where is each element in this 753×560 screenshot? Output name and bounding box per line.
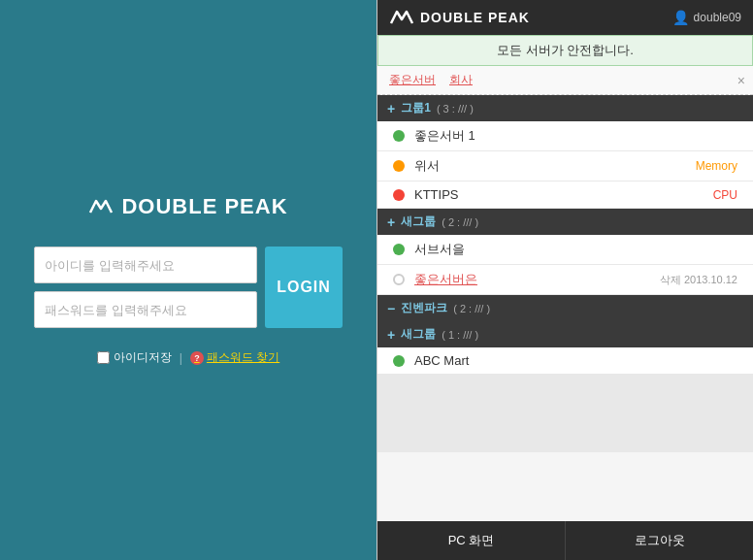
login-panel: DOUBLE PEAK LOGIN 아이디저장 | ? 패스워드 찾기 <box>0 0 376 560</box>
login-row: LOGIN <box>34 247 343 328</box>
right-panel: DOUBLE PEAK 👤 double09 모든 서버가 안전합니다. 좋은서… <box>376 0 753 560</box>
group1-expand-icon: + <box>387 101 395 116</box>
group1-count: ( 3 : /// ) <box>437 103 474 115</box>
server-name: KTTIPS <box>414 187 704 202</box>
server-list: + 그룹1 ( 3 : /// ) 좋은서버 1 위서 Memory KTTIP… <box>377 95 753 521</box>
empty-space <box>377 375 753 452</box>
server-alert-memory: Memory <box>696 159 737 173</box>
status-dot-green <box>393 355 405 367</box>
group-header-4[interactable]: + 새그룹 ( 1 : /// ) <box>377 321 753 347</box>
group4-expand-icon: + <box>387 327 395 343</box>
status-dot-orange <box>393 160 405 172</box>
server-name-deleted[interactable]: 좋은서버은 <box>414 271 650 288</box>
server-row[interactable]: 서브서을 <box>377 235 753 265</box>
status-dot-empty <box>393 274 405 285</box>
user-info: 👤 double09 <box>672 10 741 25</box>
pc-screen-button[interactable]: PC 화면 <box>377 521 566 560</box>
group1-name: 그룹1 <box>401 100 431 116</box>
bottom-bar: PC 화면 로그아웃 <box>377 521 753 560</box>
login-button[interactable]: LOGIN <box>265 247 343 328</box>
group3-name: 진벤파크 <box>401 300 447 316</box>
server-alert-cpu: CPU <box>713 188 737 202</box>
tab-bar: 좋은서버 회사 × <box>377 66 753 95</box>
options-divider: | <box>180 351 182 365</box>
right-header: DOUBLE PEAK 👤 double09 <box>377 0 753 35</box>
group4-count: ( 1 : /// ) <box>442 329 478 341</box>
group2-name: 새그룹 <box>401 214 436 230</box>
logo-area: DOUBLE PEAK <box>88 194 287 219</box>
logout-button[interactable]: 로그아웃 <box>566 521 753 560</box>
status-dot-green <box>393 130 405 142</box>
user-label: double09 <box>694 11 741 24</box>
tab-close-button[interactable]: × <box>737 73 745 88</box>
right-logo-text: DOUBLE PEAK <box>420 10 530 25</box>
server-name: ABC Mart <box>414 353 737 368</box>
username-input[interactable] <box>34 247 257 283</box>
options-row: 아이디저장 | ? 패스워드 찾기 <box>97 349 279 366</box>
group-header-1[interactable]: + 그룹1 ( 3 : /// ) <box>377 95 753 121</box>
right-logo: DOUBLE PEAK <box>389 8 530 27</box>
status-banner: 모든 서버가 안전합니다. <box>377 35 753 66</box>
group3-count: ( 2 : /// ) <box>453 303 490 314</box>
group4-name: 새그룹 <box>401 326 436 343</box>
logo-text: DOUBLE PEAK <box>121 194 287 219</box>
find-pw-icon: ? <box>190 351 204 365</box>
status-dot-green <box>393 244 405 255</box>
password-input[interactable] <box>34 291 257 328</box>
server-name: 서브서을 <box>414 241 737 258</box>
status-dot-red <box>393 189 405 201</box>
server-row[interactable]: 좋은서버은 삭제 2013.10.12 <box>377 265 753 295</box>
server-row[interactable]: 위서 Memory <box>377 151 753 181</box>
server-meta: 삭제 2013.10.12 <box>660 273 737 287</box>
logo-icon <box>88 197 114 216</box>
input-group: LOGIN <box>34 247 343 328</box>
server-row[interactable]: ABC Mart <box>377 347 753 375</box>
right-logo-icon <box>389 8 414 27</box>
group-header-2[interactable]: + 새그룹 ( 2 : /// ) <box>377 209 753 235</box>
user-icon: 👤 <box>672 10 689 25</box>
remember-id-label[interactable]: 아이디저장 <box>97 349 172 366</box>
group2-expand-icon: + <box>387 214 395 230</box>
group3-collapse-icon: − <box>387 301 395 316</box>
group2-count: ( 2 : /// ) <box>442 216 478 228</box>
tab-company[interactable]: 회사 <box>445 70 476 90</box>
server-row[interactable]: 좋은서버 1 <box>377 121 753 151</box>
server-name: 위서 <box>414 157 686 175</box>
remember-id-checkbox[interactable] <box>97 351 110 364</box>
group-header-3[interactable]: − 진벤파크 ( 2 : /// ) <box>377 295 753 321</box>
server-name: 좋은서버 1 <box>414 127 737 145</box>
find-password-link[interactable]: ? 패스워드 찾기 <box>190 349 279 366</box>
server-row[interactable]: KTTIPS CPU <box>377 181 753 209</box>
tab-good-server[interactable]: 좋은서버 <box>385 70 440 90</box>
